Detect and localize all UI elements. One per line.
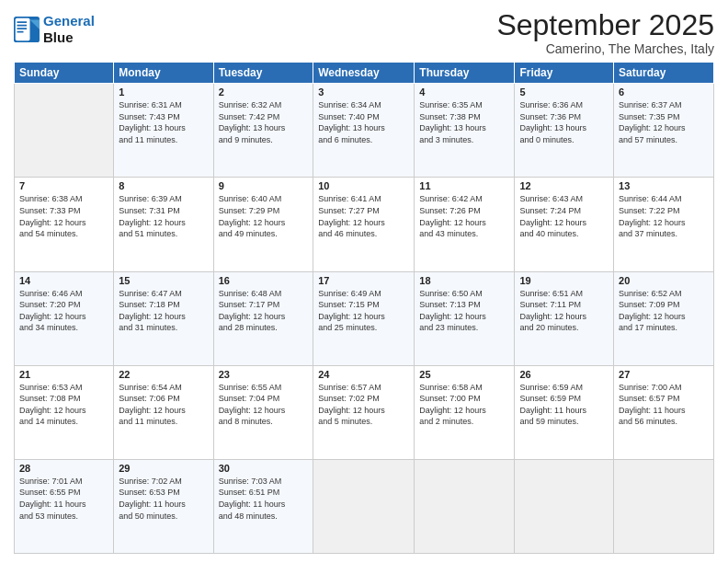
calendar-cell: 26Sunrise: 6:59 AM Sunset: 6:59 PM Dayli… [515, 365, 614, 459]
calendar-cell: 15Sunrise: 6:47 AM Sunset: 7:18 PM Dayli… [114, 271, 213, 365]
day-number: 9 [219, 180, 309, 191]
cell-info: Sunrise: 6:49 AM Sunset: 7:15 PM Dayligh… [318, 288, 409, 334]
cell-info: Sunrise: 6:47 AM Sunset: 7:18 PM Dayligh… [119, 288, 208, 334]
calendar-table: SundayMondayTuesdayWednesdayThursdayFrid… [14, 62, 714, 554]
calendar-cell: 4Sunrise: 6:35 AM Sunset: 7:38 PM Daylig… [415, 84, 515, 178]
day-number: 5 [519, 86, 609, 98]
calendar-cell: 24Sunrise: 6:57 AM Sunset: 7:02 PM Dayli… [313, 365, 415, 459]
cell-info: Sunrise: 6:50 AM Sunset: 7:13 PM Dayligh… [419, 288, 509, 334]
logo-line1: General [43, 13, 95, 29]
page: General Blue September 2025 Camerino, Th… [0, 0, 728, 563]
day-number: 26 [519, 369, 609, 380]
calendar-cell: 14Sunrise: 6:46 AM Sunset: 7:20 PM Dayli… [15, 271, 114, 365]
day-number: 16 [219, 275, 309, 286]
day-number: 22 [119, 369, 208, 380]
calendar-cell: 22Sunrise: 6:54 AM Sunset: 7:06 PM Dayli… [114, 365, 213, 459]
day-number: 8 [119, 180, 208, 191]
calendar-cell [614, 459, 714, 553]
day-number: 1 [119, 86, 208, 98]
calendar-cell: 1Sunrise: 6:31 AM Sunset: 7:43 PM Daylig… [114, 84, 213, 178]
calendar-cell [415, 459, 515, 553]
cell-info: Sunrise: 7:03 AM Sunset: 6:51 PM Dayligh… [219, 476, 309, 522]
calendar-cell: 6Sunrise: 6:37 AM Sunset: 7:35 PM Daylig… [614, 84, 714, 178]
cell-info: Sunrise: 6:54 AM Sunset: 7:06 PM Dayligh… [119, 382, 208, 428]
calendar-cell: 25Sunrise: 6:58 AM Sunset: 7:00 PM Dayli… [415, 365, 515, 459]
calendar-cell: 7Sunrise: 6:38 AM Sunset: 7:33 PM Daylig… [15, 178, 114, 271]
cell-info: Sunrise: 6:41 AM Sunset: 7:27 PM Dayligh… [318, 193, 409, 239]
weekday-header-row: SundayMondayTuesdayWednesdayThursdayFrid… [15, 63, 714, 84]
cell-info: Sunrise: 6:51 AM Sunset: 7:11 PM Dayligh… [519, 288, 609, 334]
calendar-cell: 9Sunrise: 6:40 AM Sunset: 7:29 PM Daylig… [213, 178, 313, 271]
week-row-3: 21Sunrise: 6:53 AM Sunset: 7:08 PM Dayli… [15, 365, 714, 459]
cell-info: Sunrise: 6:36 AM Sunset: 7:36 PM Dayligh… [519, 99, 609, 145]
week-row-2: 14Sunrise: 6:46 AM Sunset: 7:20 PM Dayli… [15, 271, 714, 365]
weekday-header-saturday: Saturday [614, 63, 714, 84]
calendar-cell [515, 459, 614, 553]
day-number: 17 [318, 275, 409, 286]
day-number: 23 [219, 369, 309, 380]
calendar-cell: 3Sunrise: 6:34 AM Sunset: 7:40 PM Daylig… [313, 84, 415, 178]
day-number: 15 [119, 275, 208, 286]
calendar-cell: 21Sunrise: 6:53 AM Sunset: 7:08 PM Dayli… [15, 365, 114, 459]
calendar-cell: 12Sunrise: 6:43 AM Sunset: 7:24 PM Dayli… [515, 178, 614, 271]
calendar-cell: 8Sunrise: 6:39 AM Sunset: 7:31 PM Daylig… [114, 178, 213, 271]
cell-info: Sunrise: 6:42 AM Sunset: 7:26 PM Dayligh… [419, 193, 509, 239]
logo-line2: Blue [43, 29, 95, 46]
cell-info: Sunrise: 6:48 AM Sunset: 7:17 PM Dayligh… [219, 288, 309, 334]
day-number: 7 [19, 180, 108, 191]
cell-info: Sunrise: 6:40 AM Sunset: 7:29 PM Dayligh… [219, 193, 309, 239]
calendar-cell: 5Sunrise: 6:36 AM Sunset: 7:36 PM Daylig… [515, 84, 614, 178]
calendar-cell: 17Sunrise: 6:49 AM Sunset: 7:15 PM Dayli… [313, 271, 415, 365]
calendar-cell: 27Sunrise: 7:00 AM Sunset: 6:57 PM Dayli… [614, 365, 714, 459]
day-number: 14 [19, 275, 108, 286]
cell-info: Sunrise: 6:55 AM Sunset: 7:04 PM Dayligh… [219, 382, 309, 428]
calendar-cell: 13Sunrise: 6:44 AM Sunset: 7:22 PM Dayli… [614, 178, 714, 271]
cell-info: Sunrise: 7:01 AM Sunset: 6:55 PM Dayligh… [19, 476, 108, 522]
cell-info: Sunrise: 6:46 AM Sunset: 7:20 PM Dayligh… [19, 288, 108, 334]
week-row-1: 7Sunrise: 6:38 AM Sunset: 7:33 PM Daylig… [15, 178, 714, 271]
day-number: 12 [519, 180, 609, 191]
logo-text: General Blue [43, 13, 95, 46]
svg-rect-5 [17, 28, 28, 29]
cell-info: Sunrise: 6:59 AM Sunset: 6:59 PM Dayligh… [519, 382, 609, 428]
svg-rect-4 [17, 25, 28, 27]
cell-info: Sunrise: 6:35 AM Sunset: 7:38 PM Dayligh… [419, 99, 509, 145]
cell-info: Sunrise: 6:44 AM Sunset: 7:22 PM Dayligh… [619, 193, 709, 239]
day-number: 29 [119, 463, 208, 474]
weekday-header-tuesday: Tuesday [213, 63, 313, 84]
day-number: 10 [318, 180, 409, 191]
calendar-cell: 30Sunrise: 7:03 AM Sunset: 6:51 PM Dayli… [213, 459, 313, 553]
logo: General Blue [14, 13, 95, 46]
day-number: 21 [19, 369, 108, 380]
day-number: 24 [318, 369, 409, 380]
day-number: 25 [419, 369, 509, 380]
day-number: 11 [419, 180, 509, 191]
day-number: 2 [219, 86, 309, 98]
header: General Blue September 2025 Camerino, Th… [14, 9, 714, 56]
day-number: 13 [619, 180, 709, 191]
day-number: 20 [619, 275, 709, 286]
calendar-cell: 28Sunrise: 7:01 AM Sunset: 6:55 PM Dayli… [15, 459, 114, 553]
cell-info: Sunrise: 6:34 AM Sunset: 7:40 PM Dayligh… [318, 99, 409, 145]
weekday-header-wednesday: Wednesday [313, 63, 415, 84]
day-number: 18 [419, 275, 509, 286]
calendar-cell: 23Sunrise: 6:55 AM Sunset: 7:04 PM Dayli… [213, 365, 313, 459]
weekday-header-friday: Friday [515, 63, 614, 84]
logo-icon [14, 17, 40, 42]
calendar-cell: 11Sunrise: 6:42 AM Sunset: 7:26 PM Dayli… [415, 178, 515, 271]
calendar-cell: 18Sunrise: 6:50 AM Sunset: 7:13 PM Dayli… [415, 271, 515, 365]
cell-info: Sunrise: 6:52 AM Sunset: 7:09 PM Dayligh… [619, 288, 709, 334]
day-number: 19 [519, 275, 609, 286]
calendar-cell: 2Sunrise: 6:32 AM Sunset: 7:42 PM Daylig… [213, 84, 313, 178]
day-number: 27 [619, 369, 709, 380]
cell-info: Sunrise: 6:58 AM Sunset: 7:00 PM Dayligh… [419, 382, 509, 428]
svg-rect-3 [17, 21, 28, 23]
day-number: 4 [419, 86, 509, 98]
cell-info: Sunrise: 6:39 AM Sunset: 7:31 PM Dayligh… [119, 193, 208, 239]
calendar-cell: 29Sunrise: 7:02 AM Sunset: 6:53 PM Dayli… [114, 459, 213, 553]
svg-rect-6 [17, 31, 24, 33]
calendar-cell: 19Sunrise: 6:51 AM Sunset: 7:11 PM Dayli… [515, 271, 614, 365]
day-number: 28 [19, 463, 108, 474]
cell-info: Sunrise: 7:00 AM Sunset: 6:57 PM Dayligh… [619, 382, 709, 428]
cell-info: Sunrise: 6:57 AM Sunset: 7:02 PM Dayligh… [318, 382, 409, 428]
